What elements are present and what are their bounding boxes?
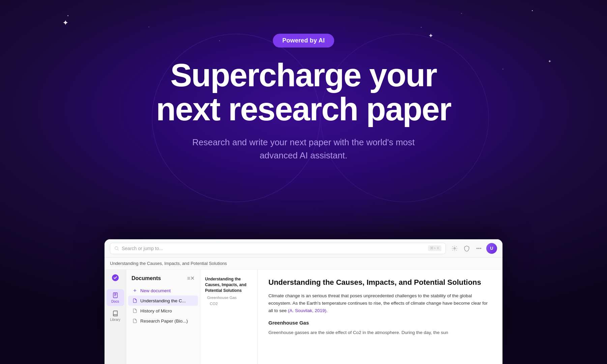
docs-icon	[112, 292, 119, 299]
svg-point-5	[480, 248, 481, 248]
svg-point-4	[479, 248, 479, 248]
hero-subtitle: Research and write your next paper with …	[189, 136, 418, 162]
doc-item-history-label: History of Micro	[140, 308, 172, 313]
powered-by-badge: Powered by AI	[273, 34, 334, 48]
document-content: Understanding the Causes, Impacts, and P…	[258, 270, 502, 364]
greenhouse-gas-heading: Greenhouse Gas	[268, 320, 492, 326]
nav-item-library[interactable]: Library	[107, 307, 124, 324]
user-avatar[interactable]: U	[486, 243, 497, 254]
greenhouse-gas-body: Greenhouse gasses are the side effect of…	[268, 329, 492, 336]
logo-icon	[111, 274, 119, 282]
doc-item-understanding[interactable]: Understanding the C...	[128, 296, 198, 306]
new-document-label: New document	[140, 288, 171, 293]
app-logo	[111, 274, 119, 283]
svg-point-3	[477, 248, 478, 248]
nav-item-docs-label: Docs	[111, 300, 119, 303]
svg-point-2	[454, 247, 456, 249]
outline-panel: Understanding the Causes, Impacts, and P…	[200, 270, 258, 364]
doc-item-research-label: Research Paper (Bio...)	[140, 318, 188, 324]
citation: (A. Souvilak, 2019).	[288, 308, 328, 313]
doc-sidebar-menu-icon[interactable]: ≡✕	[187, 275, 195, 281]
shield-icon[interactable]	[462, 244, 471, 253]
svg-line-1	[118, 249, 119, 250]
topbar-right-icons: U	[450, 243, 497, 254]
hero-section: Powered by AI Supercharge your next rese…	[0, 0, 607, 162]
document-body-paragraph: Climate change is an serious threat that…	[268, 292, 492, 315]
library-icon	[112, 310, 119, 317]
outline-item-main[interactable]: Understanding the Causes, Impacts, and P…	[200, 275, 257, 295]
new-document-item[interactable]: New document	[128, 285, 198, 296]
nav-item-library-label: Library	[110, 318, 120, 322]
doc-sidebar-header: Documents ≡✕	[126, 274, 200, 285]
breadcrumb-text: Understanding the Causes, Impacts, and P…	[110, 261, 227, 266]
doc-item-research[interactable]: Research Paper (Bio...)	[128, 316, 198, 326]
breadcrumb-bar: Understanding the Causes, Impacts, and P…	[105, 257, 502, 270]
app-window: Search or jump to... ⌘+ K	[105, 239, 502, 364]
search-placeholder: Search or jump to...	[122, 246, 163, 251]
doc-sidebar-title: Documents	[132, 275, 161, 281]
more-icon[interactable]	[474, 244, 484, 253]
app-body: Docs Library Documents ≡✕	[105, 270, 502, 364]
search-icon	[114, 246, 119, 251]
settings-icon[interactable]	[450, 244, 459, 253]
svg-rect-6	[113, 293, 117, 298]
new-doc-icon	[132, 288, 138, 293]
outline-item-co2[interactable]: CO2	[200, 301, 257, 307]
doc-icon-2	[132, 308, 138, 313]
search-shortcut: ⌘+ K	[428, 245, 441, 251]
doc-icon-1	[132, 298, 138, 303]
doc-icon-3	[132, 318, 138, 324]
doc-item-understanding-label: Understanding the C...	[140, 298, 186, 303]
topbar: Search or jump to... ⌘+ K	[105, 239, 502, 257]
icon-sidebar: Docs Library	[105, 270, 126, 364]
document-title: Understanding the Causes, Impacts, and P…	[268, 278, 492, 287]
doc-sidebar: Documents ≡✕ New document	[126, 270, 200, 364]
search-bar[interactable]: Search or jump to... ⌘+ K	[110, 243, 446, 254]
hero-title: Supercharge your next research paper	[156, 58, 451, 126]
nav-item-docs[interactable]: Docs	[107, 289, 124, 306]
doc-item-history[interactable]: History of Micro	[128, 306, 198, 316]
outline-item-greenhouse[interactable]: Greenhouse Gas	[200, 295, 257, 301]
